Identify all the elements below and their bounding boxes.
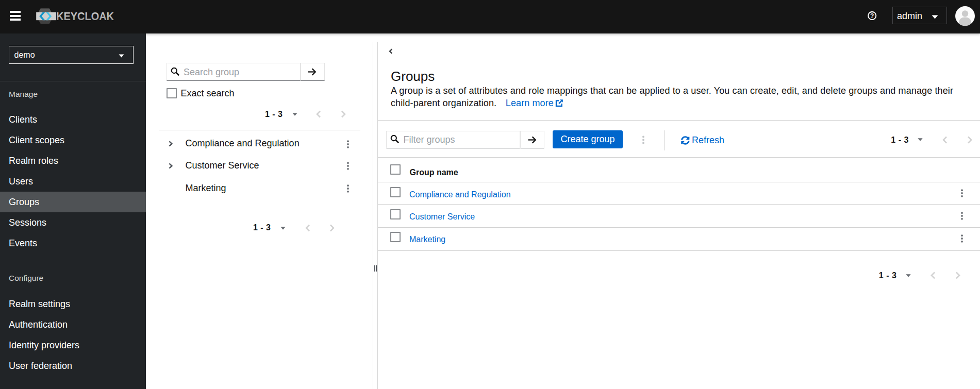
svg-text:KEYCLOAK: KEYCLOAK [56,10,114,23]
svg-text:?: ? [870,12,874,19]
